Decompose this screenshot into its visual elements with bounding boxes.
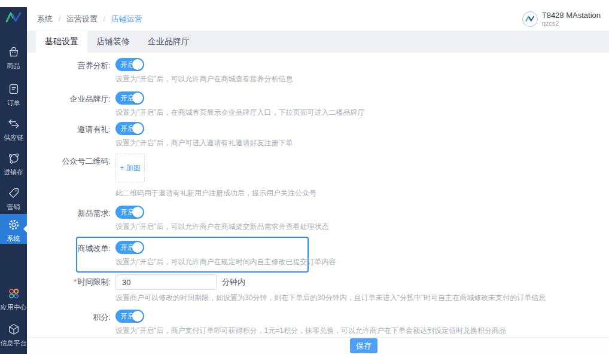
toggle-knob [132,59,143,70]
breadcrumb: 系统 / 运营设置 / 店铺运营 [37,14,142,25]
field-description: 设置为"开启"后，可以允许商户在商城查看营养分析信息 [115,74,293,84]
add-image-label: + 加图 [120,163,140,173]
inventory-icon [0,152,27,167]
sidebar: 商品 订单 供应链 [0,7,27,354]
tab-shop-decoration[interactable]: 店铺装修 [87,31,139,53]
sidebar-item-info-platform[interactable]: 信息平台 [0,323,27,347]
toggle-knob [132,123,143,134]
sidebar-item-label: 进销存 [0,169,27,176]
field-label: 新品需求: [27,206,111,232]
field-description: 设置为"开启"后，在商城首页展示企业品牌厅入口，下拉页面可进入二楼品牌厅 [115,108,365,118]
field-label: 公众号二维码: [27,154,111,198]
tab-basic-settings[interactable]: 基础设置 [36,31,87,53]
field-description: 设置为"开启"后，商户支付订单即可获得积分，1元=1积分，抹零兑换，可以允许商户… [115,326,506,336]
field-label: 企业品牌厅: [27,91,111,118]
sidebar-item-label: 信息平台 [0,339,27,347]
sidebar-item-label: 系统 [0,235,27,243]
required-mark: * [74,277,77,286]
tab-brand-hall[interactable]: 企业品牌厅 [139,31,199,53]
save-button[interactable]: 保存 [350,338,377,353]
gear-icon [0,218,27,234]
field-label: *时间限制: [27,274,111,303]
cube-icon [0,323,27,338]
field-label: 积分: [27,310,111,336]
field-description: 设置为"开启"后，可以允许商户在商城提交新品需求并查看处理状态 [115,222,329,232]
sidebar-item-goods[interactable]: 商品 [0,45,27,70]
account-logo-icon [522,11,538,27]
form-row-invite-gift: 邀请有礼: 开启 设置为"开启"后，商户可进入邀请有礼邀请好友注册下单 [27,122,609,148]
new-product-request-toggle[interactable]: 开启 [115,206,144,219]
field-description: 设置为"开启"后，可以允许商户在规定时间内自主修改已提交订单内容 [115,257,336,267]
supply-chain-icon [0,117,27,133]
time-limit-input[interactable] [115,274,217,290]
breadcrumb-item-shop-operation: 店铺运营 [111,14,142,23]
sidebar-item-label: 商品 [0,62,27,70]
tab-bar: 基础设置 店铺装修 企业品牌厅 [27,31,609,53]
qrcode-upload-button[interactable]: + 加图 [115,154,145,182]
form-row-new-product-request: 新品需求: 开启 设置为"开启"后，可以允许商户在商城提交新品需求并查看处理状态 [27,206,609,232]
form-row-points: 积分: 开启 设置为"开启"后，商户支付订单即可获得积分，1元=1积分，抹零兑换… [27,310,609,336]
field-description: 设置为"开启"后，商户可进入邀请有礼邀请好友注册下单 [115,138,293,148]
sidebar-item-marketing[interactable]: 营销 [0,186,27,211]
time-limit-unit: 分钟内 [222,277,245,287]
tag-icon [0,186,27,202]
brand-logo-icon [0,11,27,26]
form-row-nutrition-analysis: 营养分析: 开启 设置为"开启"后，可以允许商户在商城查看营养分析信息 [27,58,609,84]
toggle-knob [132,207,143,218]
footer-bar: 保存 [27,337,609,354]
nutrition-analysis-toggle[interactable]: 开启 [115,58,144,71]
sidebar-item-orders[interactable]: 订单 [0,82,27,107]
field-description: 设置商户可以修改的时间期限，如设置为30分钟，则在下单后的30分钟内，且订单未进… [115,293,546,303]
top-bar: 系统 / 运营设置 / 店铺运营 T8428 MAstation qzcs2 [27,7,609,31]
mall-order-modify-toggle[interactable]: 开启 [115,241,144,254]
account-info[interactable]: T8428 MAstation qzcs2 [522,11,601,27]
invite-gift-toggle[interactable]: 开启 [115,122,144,135]
form-row-qrcode: 公众号二维码: + 加图 此二维码用于邀请有礼新用户注册成功后，提示用户关注公众… [27,154,609,198]
account-subname: qzcs2 [542,20,601,27]
field-label: 营养分析: [27,58,111,84]
breadcrumb-item-system[interactable]: 系统 [37,14,53,23]
settings-form: 营养分析: 开启 设置为"开启"后，可以允许商户在商城查看营养分析信息 企业品牌… [27,53,609,337]
breadcrumb-separator: / [59,14,61,23]
field-label: 邀请有礼: [27,122,111,148]
form-row-time-limit: *时间限制: 分钟内 设置商户可以修改的时间期限，如设置为30分钟，则在下单后的… [27,274,609,303]
order-icon [0,82,27,98]
field-description: 此二维码用于邀请有礼新用户注册成功后，提示用户关注公众号 [115,188,316,198]
sidebar-item-inventory[interactable]: 进销存 [0,152,27,176]
sidebar-item-app-center[interactable]: 应用中心 [0,287,27,311]
highlighted-setting-box: 商城改单: 开启 设置为"开启"后，可以允许商户在规定时间内自主修改已提交订单内… [76,237,309,273]
toggle-knob [132,242,143,253]
toggle-knob [132,93,143,103]
form-row-brand-hall: 企业品牌厅: 开启 设置为"开启"后，在商城首页展示企业品牌厅入口，下拉页面可进… [27,91,609,118]
toggle-knob [132,311,143,322]
breadcrumb-separator: / [103,14,106,23]
sidebar-item-label: 应用中心 [0,304,27,311]
sidebar-item-system[interactable]: 系统 [0,214,27,244]
sidebar-item-label: 供应链 [0,134,27,142]
sidebar-item-label: 营销 [0,203,27,211]
brand-hall-toggle[interactable]: 开启 [115,91,144,105]
form-row-mall-order-modify: 商城改单: 开启 设置为"开启"后，可以允许商户在规定时间内自主修改已提交订单内… [77,241,307,267]
account-name: T8428 MAstation [542,11,601,20]
breadcrumb-item-operation-settings[interactable]: 运营设置 [66,14,98,23]
sidebar-item-label: 订单 [0,99,27,107]
main-area: 系统 / 运营设置 / 店铺运营 T8428 MAstation qzcs2 [27,7,609,354]
app-window: 商品 订单 供应链 [0,0,609,364]
field-label: 商城改单: [77,241,111,267]
app-center-icon [0,287,27,302]
points-toggle[interactable]: 开启 [115,310,144,323]
sidebar-item-supply-chain[interactable]: 供应链 [0,117,27,142]
bag-icon [0,45,27,61]
